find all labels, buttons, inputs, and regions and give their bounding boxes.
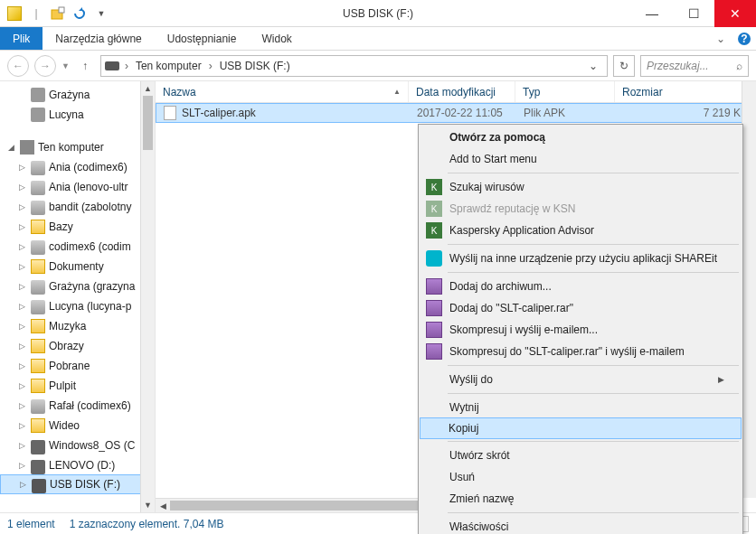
sidebar-item-label: Ania (lenovo-ultr xyxy=(49,181,128,193)
menu-scan-viruses[interactable]: KSzukaj wirusów xyxy=(421,176,741,198)
sidebar-item[interactable]: ▷LENOVO (D:) xyxy=(0,455,155,475)
sidebar-item-label: Ten komputer xyxy=(38,141,104,154)
twisty-icon[interactable]: ▷ xyxy=(16,163,27,172)
column-size[interactable]: Rozmiar xyxy=(615,81,756,102)
scroll-thumb[interactable] xyxy=(143,96,153,150)
address-bar-row: ← → ▼ ↑ › Ten komputer › USB DISK (F:) ⌄… xyxy=(0,51,756,81)
sidebar-item[interactable]: ▷Windows8_OS (C xyxy=(0,436,155,455)
menu-label: Sprawdź reputację w KSN xyxy=(449,202,575,215)
sidebar-item-label: LENOVO (D:) xyxy=(49,459,115,472)
menu-separator xyxy=(448,512,739,513)
sidebar-item[interactable]: ▷Rafał (codimex6) xyxy=(0,396,155,416)
address-dropdown-icon[interactable]: ⌄ xyxy=(583,60,603,72)
address-box[interactable]: › Ten komputer › USB DISK (F:) ⌄ xyxy=(100,55,608,77)
menu-label: Kopiuj xyxy=(449,422,478,435)
scroll-up-icon[interactable]: ▲ xyxy=(141,81,155,96)
winrar-icon xyxy=(426,300,442,316)
sidebar-item-label: Windows8_OS (C xyxy=(49,439,135,452)
ribbon-expand-icon[interactable]: ⌄ xyxy=(709,27,732,50)
minimize-button[interactable]: — xyxy=(631,0,673,27)
close-button[interactable]: ✕ xyxy=(714,0,756,27)
pc-icon xyxy=(20,140,34,155)
up-button[interactable]: ↑ xyxy=(75,56,95,76)
qat-dropdown-icon[interactable]: ▼ xyxy=(92,5,110,23)
sidebar-item[interactable]: ▷bandit (zabolotny xyxy=(0,197,155,217)
undo-icon[interactable] xyxy=(71,5,89,23)
sort-indicator-icon: ▲ xyxy=(393,88,401,96)
refresh-button[interactable]: ↻ xyxy=(613,55,635,77)
tab-home[interactable]: Narzędzia główne xyxy=(43,27,154,50)
search-icon: ⌕ xyxy=(736,60,742,72)
column-type[interactable]: Typ xyxy=(515,81,615,102)
menu-copy[interactable]: Kopiuj xyxy=(420,417,742,439)
crumb-chevron-icon[interactable]: › xyxy=(123,60,130,72)
menu-delete[interactable]: Usuń xyxy=(421,466,741,488)
column-name[interactable]: Nazwa▲ xyxy=(156,81,409,102)
new-folder-icon[interactable] xyxy=(49,5,67,23)
tab-share[interactable]: Udostępnianie xyxy=(155,27,250,50)
menu-compress-email[interactable]: Skompresuj i wyślij e-mailem... xyxy=(421,319,741,341)
sidebar-item[interactable]: ▷Pulpit xyxy=(0,376,155,396)
sidebar-item[interactable]: ▷Pobrane xyxy=(0,356,155,376)
svg-rect-1 xyxy=(59,7,64,13)
sidebar-item[interactable]: ▷Ania (lenovo-ultr xyxy=(0,177,155,197)
sidebar-item-label: USB DISK (F:) xyxy=(50,478,120,491)
menu-compress-rar-email[interactable]: Skompresuj do "SLT-caliper.rar" i wyślij… xyxy=(421,341,741,362)
sidebar-item-usb-disk[interactable]: ▷USB DISK (F:) xyxy=(0,474,155,494)
menu-add-to-rar[interactable]: Dodaj do "SLT-caliper.rar" xyxy=(421,297,741,319)
crumb-chevron-icon[interactable]: › xyxy=(207,60,214,72)
menu-send-to[interactable]: Wyślij do▶ xyxy=(421,369,741,390)
sidebar-scrollbar[interactable]: ▲ ▼ xyxy=(140,81,155,512)
menu-add-to-archive[interactable]: Dodaj do archiwum... xyxy=(421,276,741,297)
menu-add-to-start[interactable]: Add to Start menu xyxy=(421,148,741,170)
breadcrumb-root[interactable]: Ten komputer xyxy=(134,60,203,72)
menu-create-shortcut[interactable]: Utwórz skrót xyxy=(421,445,741,466)
file-row[interactable]: SLT-caliper.apk 2017-02-22 11:05 Plik AP… xyxy=(156,103,756,123)
menu-separator xyxy=(448,365,739,366)
context-menu: Otwórz za pomocą Add to Start menu KSzuk… xyxy=(418,124,743,534)
menu-label: Kaspersky Application Advisor xyxy=(449,224,594,237)
tab-view[interactable]: Widok xyxy=(249,27,304,50)
sidebar-item[interactable]: ▷Bazy xyxy=(0,217,155,237)
sidebar-item-grazyna[interactable]: Grażyna xyxy=(0,85,155,105)
maximize-button[interactable]: ☐ xyxy=(673,0,714,27)
scroll-left-icon[interactable]: ◀ xyxy=(156,501,170,511)
sidebar-item-label: Pulpit xyxy=(49,379,76,392)
menu-rename[interactable]: Zmień nazwę xyxy=(421,488,741,510)
search-input[interactable]: Przeszukaj... ⌕ xyxy=(640,55,749,77)
menu-shareit[interactable]: Wyślij na inne urządzenie przy użyciu ap… xyxy=(421,248,741,269)
menu-kaspersky-advisor[interactable]: KKaspersky Application Advisor xyxy=(421,220,741,241)
sidebar-item-lucyna[interactable]: Lucyna xyxy=(0,105,155,125)
winrar-icon xyxy=(426,278,442,295)
menu-label: Utwórz skrót xyxy=(449,449,510,462)
menu-label: Właściwości xyxy=(449,520,508,533)
sidebar-item-label: Grażyna xyxy=(49,89,90,101)
column-date[interactable]: Data modyfikacji xyxy=(409,81,515,102)
tab-file[interactable]: Plik xyxy=(0,27,43,50)
back-button[interactable]: ← xyxy=(7,55,29,77)
breadcrumb-current[interactable]: USB DISK (F:) xyxy=(218,60,292,72)
sidebar-item[interactable]: ▷Wideo xyxy=(0,416,155,436)
history-dropdown-icon[interactable]: ▼ xyxy=(61,61,70,70)
winrar-icon xyxy=(426,343,442,360)
sidebar-item[interactable]: ▷Grażyna (grazyna xyxy=(0,276,155,296)
sidebar-item[interactable]: ▷Dokumenty xyxy=(0,257,155,276)
menu-open-with[interactable]: Otwórz za pomocą xyxy=(421,126,741,148)
sidebar-item[interactable]: ▷codimex6 (codim xyxy=(0,237,155,257)
sidebar-item[interactable]: ▷Muzyka xyxy=(0,316,155,336)
menu-cut[interactable]: Wytnij xyxy=(421,397,741,418)
sidebar-item-this-pc[interactable]: ◢Ten komputer xyxy=(0,137,155,157)
sidebar-item[interactable]: ▷Lucyna (lucyna-p xyxy=(0,296,155,316)
scroll-down-icon[interactable]: ▼ xyxy=(141,498,155,512)
help-icon[interactable]: ? xyxy=(732,27,756,50)
forward-button[interactable]: → xyxy=(34,55,56,77)
menu-label: Usuń xyxy=(449,471,475,483)
menu-separator xyxy=(448,244,739,245)
filepane-vscrollbar[interactable] xyxy=(742,81,756,498)
navigation-sidebar: Grażyna Lucyna ◢Ten komputer ▷Ania (codi… xyxy=(0,81,156,512)
twisty-icon[interactable]: ◢ xyxy=(5,143,16,152)
sidebar-item[interactable]: ▷Obrazy xyxy=(0,336,155,356)
sidebar-item-label: Lucyna xyxy=(49,108,84,121)
menu-properties[interactable]: Właściwości xyxy=(421,516,741,534)
sidebar-item[interactable]: ▷Ania (codimex6) xyxy=(0,157,155,177)
